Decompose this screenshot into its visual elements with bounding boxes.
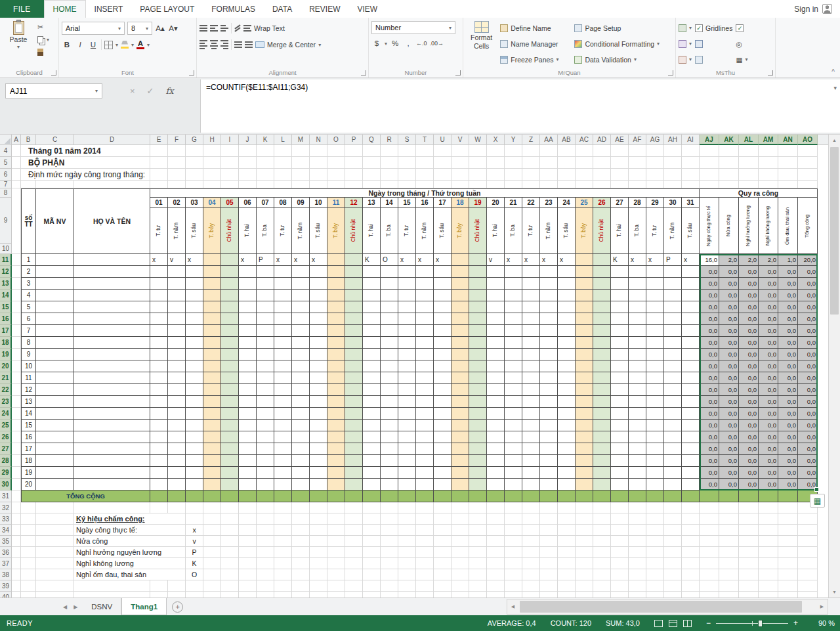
cell-ao17[interactable]: 0,0 xyxy=(798,325,818,337)
cell-day07-row20[interactable] xyxy=(257,360,274,372)
cell-day22-row12[interactable] xyxy=(522,266,540,278)
cell-day28-row22[interactable] xyxy=(629,384,646,396)
cell-day20-row27[interactable] xyxy=(487,443,505,455)
cell-day17-row23[interactable] xyxy=(434,396,452,408)
normal-view-icon[interactable] xyxy=(654,620,663,627)
day-number-26[interactable]: 26 xyxy=(593,198,611,208)
ribbon-tab-review[interactable]: REVIEW xyxy=(301,0,348,18)
cell-day18-row18[interactable] xyxy=(452,337,469,349)
cell-day07-row19[interactable] xyxy=(257,349,274,360)
cell-b16[interactable]: 6 xyxy=(21,313,36,325)
cell-day22-row11[interactable]: x xyxy=(522,254,540,266)
row-header-6[interactable]: 6 xyxy=(0,169,12,181)
cell-day16-row15[interactable] xyxy=(416,301,434,313)
row-header-28[interactable]: 28 xyxy=(0,455,12,467)
cell-day28-row28[interactable] xyxy=(629,455,646,467)
cell-day26-row30[interactable] xyxy=(593,479,611,490)
row-header-32[interactable]: 32 xyxy=(0,502,12,513)
cell-day04-row26[interactable] xyxy=(203,431,221,443)
cell-b19[interactable]: 9 xyxy=(21,349,36,360)
cell-day27-row13[interactable] xyxy=(611,278,629,290)
cell-am15[interactable]: 0,0 xyxy=(759,301,778,313)
cell-aj15[interactable]: 0,0 xyxy=(700,301,719,313)
cell-day21-row26[interactable] xyxy=(505,431,522,443)
cell-title-row6[interactable]: Định mức ngày công trong tháng: xyxy=(21,169,150,181)
cell-day24-row25[interactable] xyxy=(558,420,576,431)
total-day-15[interactable] xyxy=(398,490,416,502)
cell-day23-row18[interactable] xyxy=(540,337,558,349)
cell-day31-row28[interactable] xyxy=(682,455,700,467)
cell-day25-row23[interactable] xyxy=(576,396,593,408)
decrease-indent-icon[interactable] xyxy=(234,41,242,48)
cell-day07-row22[interactable] xyxy=(257,384,274,396)
cell-day24-row26[interactable] xyxy=(558,431,576,443)
column-header-AF[interactable]: AF xyxy=(629,135,646,145)
total-day-12[interactable] xyxy=(345,490,363,502)
cell-day17-row26[interactable] xyxy=(434,431,452,443)
cell-day08-row18[interactable] xyxy=(274,337,292,349)
cancel-formula-icon[interactable]: × xyxy=(130,86,135,96)
cell-day22-row20[interactable] xyxy=(522,360,540,372)
cell-day30-row23[interactable] xyxy=(664,396,682,408)
cell-day09-row13[interactable] xyxy=(292,278,310,290)
cell-day16-row11[interactable]: x xyxy=(416,254,434,266)
zoom-in-icon[interactable]: + xyxy=(793,619,798,628)
scroll-down-icon[interactable]: ▼ xyxy=(829,586,840,598)
column-header-AC[interactable]: AC xyxy=(576,135,593,145)
orientation-icon[interactable] xyxy=(234,26,241,30)
day-number-15[interactable]: 15 xyxy=(398,198,416,208)
increase-decimal-button[interactable]: ←.0 xyxy=(416,37,427,49)
cell-day11-row27[interactable] xyxy=(327,443,345,455)
cell-day06-row21[interactable] xyxy=(239,372,257,384)
cell-day21-row30[interactable] xyxy=(505,479,522,490)
cell-c28[interactable] xyxy=(36,455,74,467)
msthu-button-2[interactable]: ▾ xyxy=(679,37,692,51)
cell-day06-row13[interactable] xyxy=(239,278,257,290)
cell-ak20[interactable]: 0,0 xyxy=(719,360,739,372)
column-header-B[interactable]: B xyxy=(21,135,36,145)
cell-an16[interactable]: 0,0 xyxy=(778,313,798,325)
cell-day01-row30[interactable] xyxy=(150,479,168,490)
cell-day13-row28[interactable] xyxy=(363,455,381,467)
cell-day26-row27[interactable] xyxy=(593,443,611,455)
cell-day31-row25[interactable] xyxy=(682,420,700,431)
cell-day29-row25[interactable] xyxy=(646,420,664,431)
cell-day14-row21[interactable] xyxy=(381,372,398,384)
cell-day12-row21[interactable] xyxy=(345,372,363,384)
row-header-9[interactable]: 9 xyxy=(0,198,12,244)
page-break-view-icon[interactable] xyxy=(683,620,692,627)
cell-day10-row19[interactable] xyxy=(310,349,327,360)
cell-day23-row13[interactable] xyxy=(540,278,558,290)
cell-day24-row23[interactable] xyxy=(558,396,576,408)
cell-day15-row15[interactable] xyxy=(398,301,416,313)
column-header-AB[interactable]: AB xyxy=(558,135,576,145)
column-header-AO[interactable]: AO xyxy=(798,135,818,145)
cell-day19-row29[interactable] xyxy=(469,467,487,479)
row-header-27[interactable]: 27 xyxy=(0,443,12,455)
cell-day09-row27[interactable] xyxy=(292,443,310,455)
cell-ak11[interactable]: 2,0 xyxy=(719,254,739,266)
cell-day27-row29[interactable] xyxy=(611,467,629,479)
decrease-decimal-button[interactable]: .00→ xyxy=(430,37,444,49)
align-center-icon[interactable] xyxy=(210,40,218,49)
cell-an20[interactable]: 0,0 xyxy=(778,360,798,372)
number-format-select[interactable]: Number▾ xyxy=(371,21,455,34)
cell-day03-row15[interactable] xyxy=(186,301,203,313)
cell-al30[interactable]: 0,0 xyxy=(739,479,759,490)
cell-day13-row30[interactable] xyxy=(363,479,381,490)
cell-day23-row25[interactable] xyxy=(540,420,558,431)
cell-day05-row24[interactable] xyxy=(221,408,239,420)
cell-day01-row14[interactable] xyxy=(150,290,168,301)
cell-day08-row30[interactable] xyxy=(274,479,292,490)
cell-day04-row30[interactable] xyxy=(203,479,221,490)
cell-day10-row12[interactable] xyxy=(310,266,327,278)
cell-day12-row16[interactable] xyxy=(345,313,363,325)
cell-day20-row26[interactable] xyxy=(487,431,505,443)
increase-font-button[interactable]: A▴ xyxy=(155,22,165,34)
cell-ao28[interactable]: 0,0 xyxy=(798,455,818,467)
data-validation-button[interactable]: Data Validation▾ xyxy=(574,53,673,66)
cell-day20-row11[interactable]: v xyxy=(487,254,505,266)
cell-day14-row14[interactable] xyxy=(381,290,398,301)
horizontal-scrollbar[interactable]: ◀ ▶ xyxy=(507,599,828,615)
cell-day16-row30[interactable] xyxy=(416,479,434,490)
